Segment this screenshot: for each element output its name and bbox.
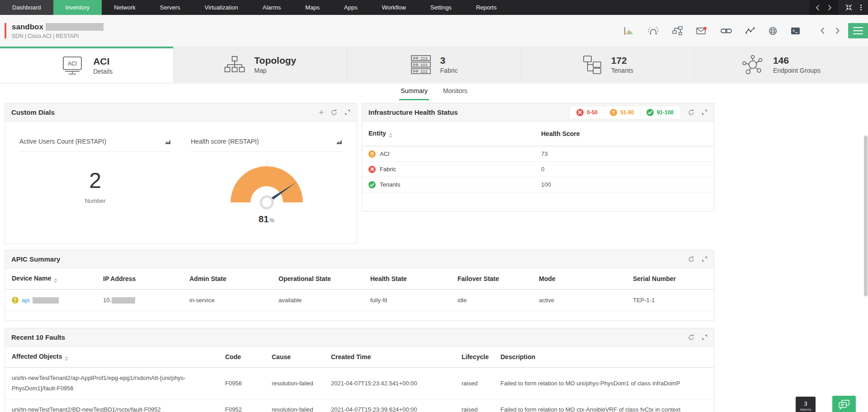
device-titles: sandbox SDN | Cisco ACI | RESTAPI	[12, 23, 104, 39]
created-time-cell: 2021-04-07T15:23:42.541+00:00	[331, 375, 462, 392]
refresh-icon[interactable]	[688, 334, 694, 341]
sort-icon	[389, 133, 392, 138]
column-device-name[interactable]: Device Name	[12, 275, 103, 283]
svg-text:ACI: ACI	[68, 61, 77, 67]
created-time-cell: 2021-04-07T15:23:39.624+00:00	[331, 401, 462, 412]
expand-icon[interactable]	[702, 256, 708, 262]
nav-item-virtualization[interactable]: Virtualization	[193, 0, 250, 15]
dial-label-row: Health score (RESTAPI)	[191, 138, 342, 152]
nav-next-icon[interactable]	[828, 5, 832, 11]
tab-monitors[interactable]: Monitors	[442, 83, 469, 100]
alarm-icon[interactable]	[648, 26, 659, 35]
device-toolbar	[624, 26, 840, 35]
dial-unit: Number	[19, 197, 171, 204]
nav-item-servers[interactable]: Servers	[148, 0, 193, 15]
column-cause: Cause	[272, 353, 331, 360]
column-code: Code	[225, 353, 272, 360]
card-subtitle: Map	[254, 67, 296, 74]
panel-title: Infrastructure Health Status	[368, 108, 458, 116]
sort-icon	[65, 356, 68, 361]
apic-summary-panel: APIC Summary Device Name IP Address Admi…	[5, 250, 714, 321]
warning-icon	[610, 109, 617, 116]
card-subtitle: Details	[93, 68, 113, 75]
add-dial-icon[interactable]: +	[319, 108, 324, 117]
dial-label-row: Active Users Count (RESTAPI)	[19, 138, 171, 152]
health-row-tenants: Tenants 100	[362, 177, 714, 192]
dial-number-widget: 2 Number	[19, 168, 171, 204]
description-cell: Failed to form relation to MO ctx-Ansibl…	[500, 401, 707, 412]
line-chart-icon[interactable]	[745, 27, 755, 34]
overflow-menu-icon[interactable]	[859, 5, 863, 10]
nav-item-maps[interactable]: Maps	[293, 0, 332, 15]
globe-icon[interactable]	[769, 27, 777, 35]
column-health-score: Health Score	[541, 130, 708, 137]
prev-device-icon[interactable]	[820, 27, 825, 34]
chat-icon	[838, 399, 850, 410]
gauge-unit: %	[269, 217, 274, 224]
device-name-cell: api	[12, 297, 103, 304]
nav-item-network[interactable]: Network	[102, 0, 148, 15]
column-admin-state: Admin State	[189, 275, 278, 282]
chat-button[interactable]	[832, 396, 856, 412]
tab-tenants[interactable]: 172 Tenants	[521, 47, 694, 83]
faults-table-header: Affected Objects Code Cause Created Time…	[5, 346, 714, 368]
refresh-icon[interactable]	[331, 109, 337, 116]
attention-icon	[12, 297, 19, 304]
column-lifecycle: Lifecycle	[462, 353, 500, 360]
nav-item-dashboard[interactable]: Dashboard	[0, 0, 53, 15]
nav-item-workflow[interactable]: Workflow	[370, 0, 418, 15]
card-title: Topology	[254, 55, 296, 66]
expand-icon[interactable]	[702, 109, 708, 115]
next-device-icon[interactable]	[835, 27, 840, 34]
nav-prev-icon[interactable]	[816, 5, 820, 11]
tab-topology-map[interactable]: Topology Map	[173, 47, 347, 83]
tenants-icon	[582, 55, 602, 74]
gauge-value: 81%	[191, 214, 342, 225]
fabric-rack-icon	[410, 55, 431, 75]
card-value: 146	[773, 55, 821, 66]
endpoint-groups-icon	[742, 55, 764, 75]
tab-fabric[interactable]: 3 Fabric	[347, 47, 520, 83]
tab-aci-details[interactable]: ACI ACI Details	[0, 47, 173, 83]
nav-item-inventory[interactable]: Inventory	[53, 0, 102, 15]
legend-range: 51-90	[620, 109, 634, 116]
expand-icon[interactable]	[702, 334, 708, 340]
topology-icon	[224, 56, 245, 74]
tab-endpoint-groups[interactable]: 146 Endpoint Groups	[694, 47, 868, 83]
check-icon	[368, 181, 376, 188]
mail-icon[interactable]	[696, 27, 707, 35]
tab-summary[interactable]: Summary	[399, 83, 429, 100]
column-operational-state: Operational State	[278, 275, 370, 282]
expand-icon[interactable]	[344, 109, 350, 115]
nav-item-alarms[interactable]: Alarms	[250, 0, 293, 15]
area-chart-icon[interactable]	[624, 27, 634, 35]
column-affected-objects[interactable]: Affected Objects	[12, 353, 225, 361]
gauge-widget: 81%	[191, 159, 342, 225]
failover-state-cell: idle	[458, 297, 539, 304]
nav-pager	[809, 0, 838, 15]
panel-actions	[688, 334, 708, 341]
critical-icon	[368, 166, 376, 173]
menu-button[interactable]	[848, 23, 868, 38]
panel-header: Infrastructure Health Status 0-50 51-90	[362, 103, 714, 122]
refresh-icon[interactable]	[688, 109, 694, 116]
alarms-badge[interactable]: 3 Alarms	[796, 397, 816, 412]
panel-title: Recent 10 Faults	[11, 333, 65, 341]
link-icon[interactable]	[721, 28, 732, 34]
terminal-icon[interactable]	[791, 27, 800, 35]
column-mode: Mode	[539, 275, 633, 282]
description-cell: Failed to form relation to MO uni/phys-P…	[500, 375, 707, 392]
gauge-chart	[227, 159, 307, 211]
recent-faults-panel: Recent 10 Faults Affected Objects Code C…	[5, 328, 714, 412]
scrollbar[interactable]	[864, 136, 868, 296]
nav-item-apps[interactable]: Apps	[332, 0, 370, 15]
nav-item-settings[interactable]: Settings	[418, 0, 464, 15]
nav-item-reports[interactable]: Reports	[464, 0, 509, 15]
exit-fullscreen-icon[interactable]	[845, 4, 852, 11]
nav-controls	[809, 0, 868, 15]
column-entity[interactable]: Entity	[368, 130, 541, 138]
refresh-icon[interactable]	[688, 256, 694, 262]
device-link[interactable]: api	[22, 297, 29, 304]
workflow-icon[interactable]	[672, 26, 683, 35]
device-header: sandbox SDN | Cisco ACI | RESTAPI	[0, 15, 868, 47]
